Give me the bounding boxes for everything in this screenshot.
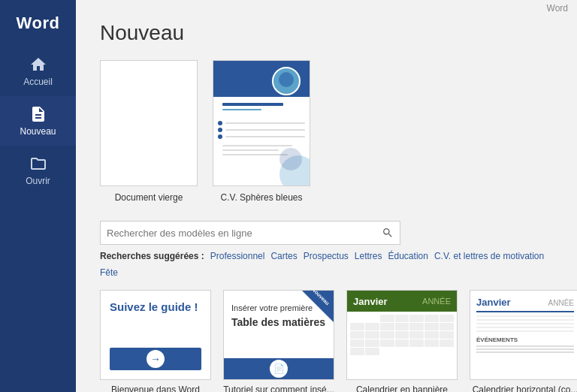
template-blank-thumb (100, 60, 198, 186)
template-blank-label: Document vierge (115, 192, 183, 203)
new-doc-icon (29, 105, 47, 123)
sidebar: Word Accueil Nouveau Ouvrir (0, 0, 76, 392)
bottom-templates: Suivez le guide ! → Bienvenue dans Word … (100, 290, 553, 392)
sidebar-item-label-accueil: Accueil (23, 77, 53, 87)
template-calendar-banner-thumb: Janvier ANNÉE (346, 290, 458, 380)
search-icon (382, 227, 394, 239)
calendar-year: ANNÉE (422, 297, 451, 306)
template-cv-thumb (213, 60, 310, 186)
suggestion-education[interactable]: Éducation (388, 251, 428, 261)
suggested-label: Recherches suggérées : (100, 251, 204, 261)
cal-h-month: Janvier (476, 297, 511, 308)
template-bienvenue-label: Bienvenue dans Word (100, 384, 211, 392)
sidebar-item-label-nouveau: Nouveau (20, 126, 56, 137)
home-icon (29, 56, 47, 74)
template-cv[interactable]: C.V. Sphères bleues (213, 60, 310, 203)
template-calendar-horizontal[interactable]: Janvier ANNÉE ÉVÉNEMENTS (470, 290, 577, 392)
suggestion-professionnel[interactable]: Professionnel (210, 251, 265, 261)
suggestion-fete[interactable]: Fête (100, 267, 118, 278)
search-section: Recherches suggérées : Professionnel Car… (100, 221, 553, 278)
template-tutoriel-thumb: Nouveau Insérer votre première Table des… (223, 290, 334, 380)
sidebar-item-ouvrir[interactable]: Ouvrir (0, 146, 76, 195)
app-title: Word (0, 0, 76, 47)
folder-icon (29, 155, 47, 173)
tutoriel-footer: 📄 (224, 358, 334, 379)
cal-h-year: ANNÉE (548, 299, 574, 307)
arrow-right-icon: → (150, 353, 161, 365)
template-tutoriel[interactable]: Nouveau Insérer votre première Table des… (223, 290, 334, 392)
template-bienvenue-thumb: Suivez le guide ! → (100, 290, 211, 380)
cal-h-lines (476, 315, 574, 332)
template-blank[interactable]: Document vierge (100, 60, 198, 203)
calendar-header: Janvier ANNÉE (347, 291, 457, 312)
template-bienvenue[interactable]: Suivez le guide ! → Bienvenue dans Word (100, 290, 211, 392)
suggestion-lettres[interactable]: Lettres (355, 251, 382, 261)
topbar-label: Word (538, 0, 577, 17)
search-bar[interactable] (100, 221, 400, 245)
bienvenue-text: Suivez le guide ! (110, 300, 201, 315)
suggested-searches: Recherches suggérées : Professionnel Car… (100, 251, 553, 278)
tutoriel-arrow-circle: 📄 (270, 360, 288, 378)
page-title: Nouveau (100, 21, 553, 45)
arrow-circle: → (147, 350, 165, 368)
sidebar-item-label-ouvrir: Ouvrir (26, 176, 50, 186)
template-cv-label: C.V. Sphères bleues (221, 192, 303, 203)
suggestion-prospectus[interactable]: Prospectus (304, 251, 349, 261)
template-calendar-horizontal-label: Calendrier horizontal (co... (470, 384, 577, 392)
suggestion-cv[interactable]: C.V. et lettres de motivation (434, 251, 544, 261)
sidebar-item-nouveau[interactable]: Nouveau (0, 96, 76, 146)
calendar-grid (347, 312, 457, 358)
template-calendar-horizontal-thumb: Janvier ANNÉE ÉVÉNEMENTS (470, 290, 577, 380)
sidebar-item-accueil[interactable]: Accueil (0, 47, 76, 96)
calendar-month: Janvier (353, 296, 388, 307)
template-calendar-banner-label: Calendrier en bannière (346, 384, 458, 392)
template-calendar-banner[interactable]: Janvier ANNÉE Calendrier en bannière (346, 290, 458, 392)
suggestion-cartes[interactable]: Cartes (270, 251, 297, 261)
cal-h-header: Janvier ANNÉE (476, 297, 574, 312)
cal-h-events-title: ÉVÉNEMENTS (476, 336, 574, 343)
search-input[interactable] (107, 228, 382, 239)
main-content: Word Nouveau Document vierge (76, 0, 577, 392)
top-templates: Document vierge (100, 60, 553, 203)
cal-h-events: ÉVÉNEMENTS (476, 336, 574, 353)
tutoriel-arrow-icon: 📄 (273, 363, 285, 374)
template-tutoriel-label: Tutoriel sur comment insé... (223, 384, 334, 392)
bienvenue-footer: → (110, 348, 201, 370)
